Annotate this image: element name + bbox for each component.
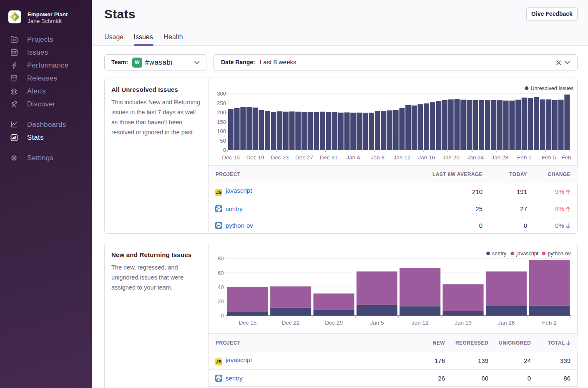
svg-text:Jan 28: Jan 28 (491, 154, 508, 161)
svg-text:Jan 12: Jan 12 (394, 154, 411, 161)
svg-text:Jan 5: Jan 5 (370, 320, 384, 326)
svg-text:Dec 27: Dec 27 (295, 154, 313, 161)
svg-text:0: 0 (221, 312, 224, 319)
svg-text:50: 50 (220, 138, 226, 144)
svg-text:Feb: Feb (561, 154, 571, 161)
svg-text:Feb 1: Feb 1 (517, 154, 532, 161)
svg-text:Jan 24: Jan 24 (467, 154, 484, 161)
svg-text:200: 200 (217, 109, 226, 116)
svg-text:Unresolved Issues: Unresolved Issues (531, 86, 574, 91)
svg-text:Feb 2: Feb 2 (542, 320, 557, 326)
svg-text:Jan 12: Jan 12 (412, 320, 429, 326)
svg-text:Jan 8: Jan 8 (371, 154, 384, 161)
svg-text:Dec 23: Dec 23 (271, 154, 289, 161)
svg-text:Dec 29: Dec 29 (325, 320, 343, 326)
svg-text:Dec 31: Dec 31 (320, 154, 338, 161)
svg-text:Dec 22: Dec 22 (282, 320, 300, 326)
svg-text:20: 20 (218, 298, 224, 305)
svg-text:150: 150 (217, 119, 226, 125)
svg-text:javascript: javascript (516, 251, 538, 257)
svg-text:100: 100 (217, 128, 226, 134)
svg-text:Feb 5: Feb 5 (542, 154, 556, 161)
svg-text:250: 250 (217, 100, 226, 106)
svg-text:300: 300 (217, 91, 226, 97)
svg-text:python-ov: python-ov (548, 251, 571, 257)
svg-text:Jan 4: Jan 4 (346, 154, 360, 161)
svg-text:Jan 19: Jan 19 (455, 320, 472, 326)
svg-text:60: 60 (218, 270, 224, 276)
svg-text:Jan 20: Jan 20 (442, 154, 460, 161)
svg-text:Jan 26: Jan 26 (498, 320, 515, 326)
svg-text:Dec 15: Dec 15 (239, 320, 257, 326)
svg-text:Dec 19: Dec 19 (246, 154, 264, 161)
svg-text:40: 40 (218, 284, 224, 290)
svg-text:sentry: sentry (492, 251, 507, 257)
svg-text:80: 80 (218, 255, 224, 262)
svg-text:Jan 16: Jan 16 (418, 154, 435, 161)
svg-text:0: 0 (223, 147, 226, 153)
svg-text:Dec 15: Dec 15 (222, 154, 240, 161)
